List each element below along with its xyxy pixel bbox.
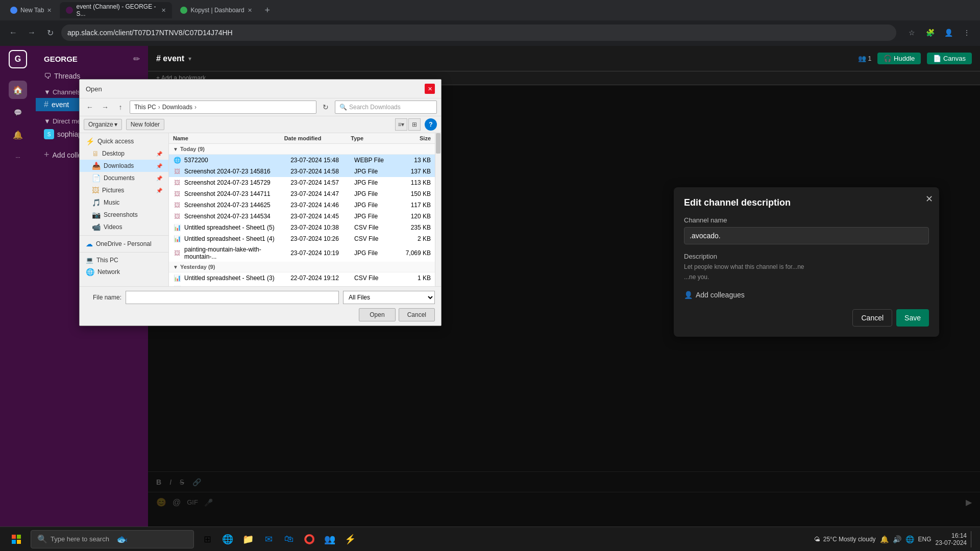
dialog-refresh-button[interactable]: ↻ [320,101,332,113]
tab-3-close[interactable]: ✕ [248,7,252,14]
profile-icon[interactable]: 👤 [941,26,955,40]
taskbar-notification-icon[interactable]: 🔔 [880,535,889,543]
canvas-button[interactable]: 📄 Canvas [927,53,972,64]
sidebar-activity[interactable]: 🔔 [9,126,27,144]
yesterday-group-header[interactable]: ▼ Yesterday (9) [169,262,435,272]
organize-button[interactable]: Organize ▾ [84,119,122,130]
channel-header: GEORGE ✏ [36,50,148,68]
nav-desktop[interactable]: 🖥 Desktop 📌 [80,147,168,160]
new-tab-button[interactable]: + [260,3,275,17]
nav-onedrive[interactable]: ☁ OneDrive - Personal [80,238,168,250]
taskbar-explorer[interactable]: 📁 [239,530,257,548]
file-row-ss144534[interactable]: 🖼 Screenshot 2024-07-23 144534 23-07-202… [169,211,435,222]
breadcrumb-downloads: Downloads [162,104,192,111]
dialog-up-button[interactable]: ↑ [114,101,127,113]
file-row-csv3[interactable]: 📊 Untitled spreadsheet - Sheet1 (3) 22-0… [169,272,435,284]
view-list-button[interactable]: ≡▾ [395,118,407,131]
today-group-header[interactable]: ▼ Today (9) [169,144,435,155]
taskbar-volume-icon[interactable]: 🔊 [893,535,901,543]
edit-save-button[interactable]: Save [896,309,929,327]
file-row-5372200[interactable]: 🌐 5372200 23-07-2024 15:48 WEBP File 13 … [169,155,435,166]
taskbar-language[interactable]: ENG [918,536,932,543]
open-button[interactable]: Open [359,308,395,321]
col-size-header[interactable]: Size [395,135,431,141]
file-row-csv4[interactable]: 📊 Untitled spreadsheet - Sheet1 (4) 23-0… [169,233,435,244]
start-button[interactable] [6,529,27,549]
refresh-button[interactable]: ↻ [43,26,57,40]
taskbar-network-icon[interactable]: 🌐 [905,535,914,543]
file-name-input[interactable] [126,291,339,304]
nav-screenshots[interactable]: 📷 Screenshots [80,209,168,221]
extensions-icon[interactable]: 🧩 [923,26,937,40]
forward-button[interactable]: → [24,26,39,40]
taskbar-edge[interactable]: 🌐 [218,530,237,548]
sidebar-home[interactable]: 🏠 [9,81,27,99]
settings-icon[interactable]: ⋮ [960,26,974,40]
file-row-ss144625[interactable]: 🖼 Screenshot 2024-07-23 144625 23-07-202… [169,199,435,211]
file-row-ss145729[interactable]: 🖼 Screenshot 2024-07-23 145729 23-07-202… [169,177,435,188]
channel-chevron[interactable]: ▾ [188,55,191,62]
scrollbar-thumb[interactable] [436,133,440,154]
sidebar-more[interactable]: ··· [9,148,27,166]
cancel-button[interactable]: Cancel [399,308,435,321]
dialog-forward-button[interactable]: → [99,101,111,113]
nav-quick-access[interactable]: ⚡ Quick access [80,135,168,147]
view-details-button[interactable]: ⊞ [408,118,421,131]
tab-1[interactable]: New Tab ✕ [4,2,58,18]
nav-music[interactable]: 🎵 Music [80,196,168,209]
file-size-painting: 7,069 KB [397,249,431,257]
nav-documents[interactable]: 📄 Documents 📌 [80,172,168,184]
file-row-csv2[interactable]: 📊 Untitled spreadsheet - Sheet1 (2) 22-0… [169,284,435,286]
dialog-back-button[interactable]: ← [84,101,96,113]
breadcrumb-bar[interactable]: This PC › Downloads › [130,101,316,114]
tab-2[interactable]: event (Channel) - GEORGE - S... ✕ [60,2,172,18]
edit-dialog-close-button[interactable]: ✕ [925,193,933,205]
tab-1-close[interactable]: ✕ [47,7,52,14]
taskbar-store[interactable]: 🛍 [280,530,298,548]
taskbar-search-bar[interactable]: 🔍 Type here to search 🐟 [31,530,194,548]
file-row-ss144711[interactable]: 🖼 Screenshot 2024-07-23 144711 23-07-202… [169,188,435,199]
nav-downloads[interactable]: 📥 Downloads 📌 [80,160,168,172]
huddle-button[interactable]: 🎧 Huddle [877,53,921,64]
show-desktop-button[interactable] [971,531,974,547]
edit-cancel-button[interactable]: Cancel [852,309,892,327]
search-downloads-bar[interactable]: 🔍 Search Downloads [335,101,437,114]
sidebar-dms[interactable]: 💬 [9,103,27,121]
new-folder-button[interactable]: New folder [126,119,164,130]
member-count[interactable]: 👥 1 [858,55,872,62]
tab-3[interactable]: Kopyst | Dashboard ✕ [174,2,258,18]
taskbar-chrome[interactable]: ⭕ [300,530,318,548]
nav-network[interactable]: 🌐 Network [80,266,168,278]
dialog-close-button[interactable]: ✕ [425,84,435,94]
yesterday-group-label: Yesterday (9) [180,264,215,270]
file-row-ss145816[interactable]: 🖼 Screenshot 2024-07-23 145816 23-07-202… [169,166,435,177]
col-name-header[interactable]: Name [173,135,284,141]
nav-videos[interactable]: 📹 Videos [80,221,168,233]
file-date-ss144625: 23-07-2024 14:46 [290,202,354,209]
bookmark-icon[interactable]: ☆ [904,26,919,40]
file-type-select[interactable]: All Files [343,291,435,304]
nav-pictures[interactable]: 🖼 Pictures 📌 [80,184,168,196]
workspace-icon[interactable]: G [9,50,27,68]
search-icon: 🔍 [339,104,347,111]
file-row-painting[interactable]: 🖼 painting-mountain-lake-with-mountain-.… [169,244,435,262]
col-date-header[interactable]: Date modified [284,135,351,141]
url-bar[interactable]: app.slack.com/client/T07D17NTNV8/C07D14J… [61,24,896,41]
nav-this-pc[interactable]: 💻 This PC [80,255,168,266]
help-button[interactable]: ? [425,118,437,131]
taskbar-clock[interactable]: 16:14 23-07-2024 [936,532,967,546]
taskbar-task-view[interactable]: ⊞ [198,530,216,548]
file-size-ss145816: 137 KB [397,168,431,175]
taskbar-teams[interactable]: 👥 [321,530,339,548]
back-button[interactable]: ← [6,26,20,40]
scrollbar[interactable] [435,133,441,286]
person-icon: 👤 [684,291,693,299]
compose-icon[interactable]: ✏ [133,54,140,64]
col-type-header[interactable]: Type [351,135,395,141]
file-row-csv5[interactable]: 📊 Untitled spreadsheet - Sheet1 (5) 23-0… [169,222,435,233]
channel-name-input[interactable] [684,227,929,244]
add-colleagues-button[interactable]: 👤 Add colleagues [684,289,745,301]
tab-2-close[interactable]: ✕ [161,7,166,14]
taskbar-slack[interactable]: ⚡ [341,530,359,548]
taskbar-mail[interactable]: ✉ [259,530,278,548]
